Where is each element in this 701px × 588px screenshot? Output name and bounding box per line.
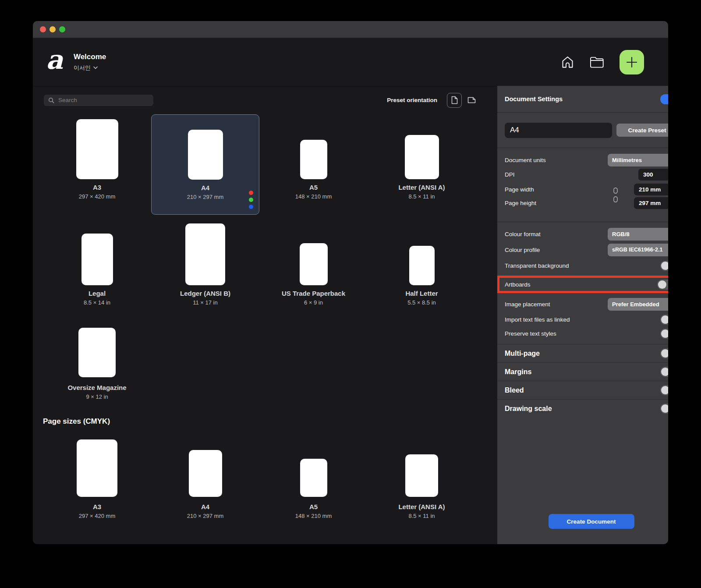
link-dimensions-icon[interactable] xyxy=(612,188,619,202)
preset-name: A3 xyxy=(93,183,101,192)
preset-name: A4 xyxy=(201,184,209,192)
drawing-scale-toggle[interactable] xyxy=(660,404,668,414)
dpi-label: DPI xyxy=(505,171,515,178)
preset-card-half-letter[interactable]: Half Letter5.5 × 8.5 in xyxy=(368,217,476,320)
margins-toggle[interactable] xyxy=(660,367,668,377)
preset-card-a5[interactable]: A5148 × 210 mm xyxy=(259,438,368,533)
affinity-logo-icon: a xyxy=(46,50,63,70)
landscape-orientation-button[interactable] xyxy=(464,93,478,107)
margins-label: Margins xyxy=(505,368,531,376)
image-placement-select[interactable]: Prefer Embedded xyxy=(608,298,668,311)
bleed-toggle[interactable] xyxy=(660,385,668,395)
portrait-orientation-button[interactable] xyxy=(447,93,462,108)
dpi-input[interactable] xyxy=(638,169,668,181)
preset-card-a5[interactable]: A5148 × 210 mm xyxy=(259,114,368,215)
transparent-background-label: Transparent background xyxy=(505,262,569,269)
create-preset-button[interactable]: Create Preset xyxy=(616,124,668,137)
colour-profile-label: Colour profile xyxy=(505,247,540,253)
preset-card-a3[interactable]: A3297 × 420 mm xyxy=(43,114,151,215)
preserve-text-styles-toggle[interactable] xyxy=(660,329,668,339)
dpi-combo[interactable] xyxy=(638,169,668,181)
document-settings-panel: Document Settings Create Preset Document… xyxy=(497,86,668,544)
preset-dimensions: 297 × 420 mm xyxy=(79,193,115,201)
bleed-label: Bleed xyxy=(505,386,524,394)
page-title: Welcome xyxy=(74,53,106,61)
preset-dimensions: 297 × 420 mm xyxy=(79,512,115,520)
create-document-button[interactable]: Create Document xyxy=(549,514,634,529)
page-thumbnail xyxy=(78,328,116,377)
preset-name: A3 xyxy=(93,503,101,511)
multi-page-label: Multi-page xyxy=(505,350,540,358)
page-height-input[interactable] xyxy=(634,197,668,209)
zoom-button[interactable] xyxy=(59,26,65,32)
search-box[interactable] xyxy=(44,95,153,106)
preset-card-us-trade-paperback[interactable]: US Trade Paperback6 × 9 in xyxy=(259,217,368,320)
page-thumbnail xyxy=(188,130,223,180)
preset-dimensions: 210 × 297 mm xyxy=(187,512,223,520)
preset-card-a4[interactable]: A4210 × 297 mm xyxy=(151,114,259,215)
preset-dimensions: 8.5 × 11 in xyxy=(408,512,435,520)
preset-name: Oversize Magazine xyxy=(67,383,126,392)
transparent-background-toggle[interactable] xyxy=(660,261,668,271)
preset-name-input[interactable] xyxy=(505,123,612,138)
artboards-toggle[interactable] xyxy=(657,280,668,290)
plus-icon xyxy=(625,56,638,69)
preset-name: A5 xyxy=(309,503,318,511)
new-document-button[interactable] xyxy=(620,50,644,74)
close-button[interactable] xyxy=(40,26,46,32)
page-thumbnail xyxy=(300,243,328,285)
preset-card-a3[interactable]: A3297 × 420 mm xyxy=(43,438,151,533)
drawing-scale-label: Drawing scale xyxy=(505,405,552,413)
page-thumbnail xyxy=(405,454,438,497)
preset-browser: Preset orientation A3297 xyxy=(33,86,497,544)
page-thumbnail xyxy=(81,234,113,285)
cmyk-section-header: Page sizes (CMYK) xyxy=(43,417,497,426)
page-thumbnail xyxy=(300,459,327,497)
search-input[interactable] xyxy=(57,96,149,104)
document-settings-toggle[interactable] xyxy=(660,94,668,104)
import-text-linked-toggle[interactable] xyxy=(660,315,668,325)
multi-page-toggle[interactable] xyxy=(660,348,668,358)
preserve-text-styles-label: Preserve text styles xyxy=(505,330,556,337)
preset-name: Half Letter xyxy=(405,289,438,298)
preset-dimensions: 9 × 12 in xyxy=(86,393,108,401)
minimize-button[interactable] xyxy=(50,26,56,32)
rgb-indicator xyxy=(249,191,253,209)
search-icon xyxy=(48,97,54,103)
preset-name: A4 xyxy=(201,503,209,511)
artboards-highlight-annotation: Artboards xyxy=(497,276,668,293)
preset-dimensions: 210 × 297 mm xyxy=(187,193,223,201)
preset-dimensions: 148 × 210 mm xyxy=(295,193,332,201)
preset-name: A5 xyxy=(309,183,318,192)
chevron-down-icon xyxy=(93,66,98,69)
page-thumbnail xyxy=(189,450,222,497)
preset-card-letter-ansi-a-[interactable]: Letter (ANSI A)8.5 × 11 in xyxy=(368,114,476,215)
folder-icon xyxy=(590,56,605,68)
account-dropdown[interactable]: 이서인 xyxy=(74,64,106,72)
page-thumbnail xyxy=(185,223,225,285)
document-units-select[interactable]: Millimetres xyxy=(608,154,668,166)
account-name: 이서인 xyxy=(74,64,91,72)
toolbar: Preset orientation xyxy=(33,86,497,114)
page-width-input[interactable] xyxy=(634,184,668,195)
artboards-label: Artboards xyxy=(505,281,531,288)
preset-card-letter-ansi-a-[interactable]: Letter (ANSI A)8.5 × 11 in xyxy=(368,438,476,533)
page-thumbnail xyxy=(405,135,439,179)
open-file-button[interactable] xyxy=(590,56,605,68)
colour-format-select[interactable]: RGB/8 xyxy=(608,228,668,241)
preset-card-a4[interactable]: A4210 × 297 mm xyxy=(151,438,259,533)
page-thumbnail xyxy=(76,119,118,179)
image-placement-label: Image placement xyxy=(505,301,550,308)
portrait-page-icon xyxy=(451,96,458,104)
page-thumbnail xyxy=(409,246,435,285)
home-button[interactable] xyxy=(560,55,575,69)
preset-card-legal[interactable]: Legal8.5 × 14 in xyxy=(43,217,151,320)
preset-card-ledger-ansi-b-[interactable]: Ledger (ANSI B)11 × 17 in xyxy=(151,217,259,320)
preset-dimensions: 5.5 × 8.5 in xyxy=(407,299,436,307)
preset-name: US Trade Paperback xyxy=(282,289,345,298)
preset-name: Legal xyxy=(89,289,106,298)
preset-card-oversize-magazine[interactable]: Oversize Magazine9 × 12 in xyxy=(43,325,151,410)
colour-profile-select[interactable]: sRGB IEC61966-2.1 xyxy=(608,244,668,256)
preset-dimensions: 6 × 9 in xyxy=(304,299,323,307)
preset-name: Letter (ANSI A) xyxy=(398,503,445,511)
